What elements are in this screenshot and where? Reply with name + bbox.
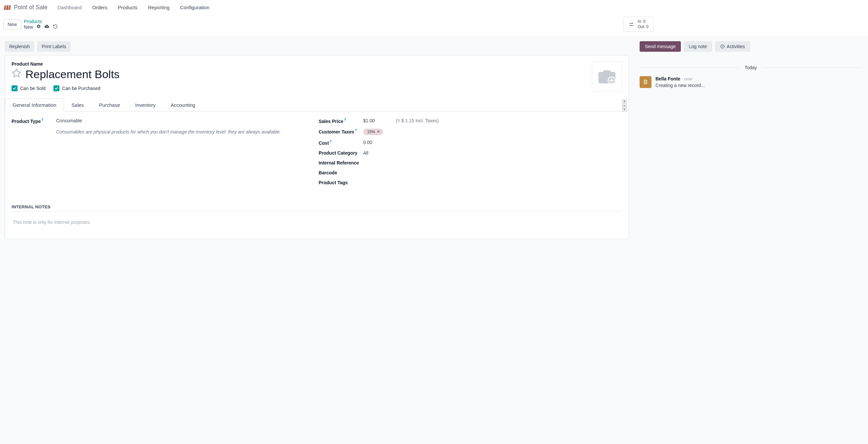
stat-out: Out: 0 [638,24,649,30]
spinner-down-icon[interactable]: ▼ [622,108,627,112]
spinner-mid-icon[interactable]: ▬ [622,103,627,107]
favorite-star-icon[interactable] [11,68,22,81]
internal-notes-input[interactable]: This note is only for internal purposes. [11,212,622,233]
tax-tag[interactable]: 15% ✕ [363,129,383,135]
internal-reference-label: Internal Reference [318,160,363,166]
send-message-button[interactable]: Send message [640,41,681,52]
product-category-value[interactable]: All [363,150,622,156]
help-icon[interactable]: ? [330,140,332,143]
internal-notes-header: Internal Notes [11,204,622,212]
sales-price-value[interactable]: $1.00 [363,118,375,123]
help-icon[interactable]: ? [41,118,43,122]
help-icon[interactable]: ? [355,129,357,132]
log-note-button[interactable]: Log note [683,41,712,52]
nav-products[interactable]: Products [114,3,141,12]
can-be-purchased-label: Can be Purchased [62,86,100,91]
discard-icon[interactable] [53,24,58,30]
product-type-value[interactable]: Consumable [56,118,311,123]
product-image-upload[interactable] [592,61,622,92]
chatter-panel: Send message Log note Activities Today B… [634,37,868,444]
print-labels-button[interactable]: Print Labels [37,41,71,52]
can-be-sold-checkbox[interactable]: Can be Sold [11,86,45,91]
log-entry: B Bella Fonte - now Creating a new recor… [640,76,862,88]
product-tags-label: Product Tags [318,180,363,185]
product-name-input[interactable]: Replacement Bolts [25,68,120,81]
activities-label: Activities [727,44,745,49]
svg-marker-1 [12,69,21,77]
barcode-label: Barcode [318,170,363,175]
customer-taxes-label: Customer Taxes [318,129,354,135]
app-title[interactable]: Point of Sale [14,4,48,11]
tab-purchase[interactable]: Purchase [91,99,127,111]
nav-reporting[interactable]: Reporting [144,3,174,12]
avatar[interactable]: B [640,76,651,88]
top-navbar: Point of Sale Dashboard Orders Products … [0,0,868,15]
tax-tag-label: 15% [367,130,375,134]
cloud-save-icon[interactable] [44,24,50,30]
in-out-stat-button[interactable]: In: 0 Out: 0 [623,17,653,32]
cost-value[interactable]: 0.00 [363,140,622,145]
incl-taxes-text: (= $ 1.15 Incl. Taxes) [396,118,439,123]
nav-dashboard[interactable]: Dashboard [54,3,86,12]
log-message: Creating a new record... [655,83,705,88]
form-tabs: General Information Sales Purchase Inven… [5,99,629,111]
replenish-button[interactable]: Replenish [5,41,34,52]
help-icon[interactable]: ? [344,118,346,122]
tab-inventory[interactable]: Inventory [127,99,163,111]
tab-sales[interactable]: Sales [64,99,92,111]
log-time: now [684,76,692,81]
spinner-up-icon[interactable]: ▲ [622,99,627,103]
number-spinner[interactable]: ▲ ▬ ▼ [622,99,627,112]
tab-accounting[interactable]: Accounting [163,99,203,111]
remove-tag-icon[interactable]: ✕ [377,130,380,134]
cost-label: Cost [318,140,329,146]
product-category-label: Product Category [318,150,363,156]
product-name-label: Product Name [11,61,622,67]
product-type-hint: Consumables are physical products for wh… [56,129,311,135]
sales-price-label: Sales Price [318,119,343,124]
activities-button[interactable]: Activities [715,41,750,52]
breadcrumb-products[interactable]: Products [24,19,58,24]
can-be-sold-label: Can be Sold [20,86,45,91]
log-author[interactable]: Bella Fonte [655,76,680,81]
gear-icon[interactable] [36,24,41,30]
nav-configuration[interactable]: Configuration [176,3,214,12]
can-be-purchased-checkbox[interactable]: Can be Purchased [54,86,100,91]
breadcrumb-current: New [24,24,33,30]
control-panel: New Products New In: 0 Out: 0 [0,15,868,36]
stat-in: In: 0 [638,19,649,24]
product-type-label: Product Type [11,119,40,124]
app-logo-icon [3,4,11,11]
nav-orders[interactable]: Orders [88,3,111,12]
form-sheet: Product Name Replacement Bolts Can be So… [5,55,629,239]
new-button[interactable]: New [3,20,21,29]
today-divider: Today [740,65,762,70]
tab-general-information[interactable]: General Information [5,99,64,111]
